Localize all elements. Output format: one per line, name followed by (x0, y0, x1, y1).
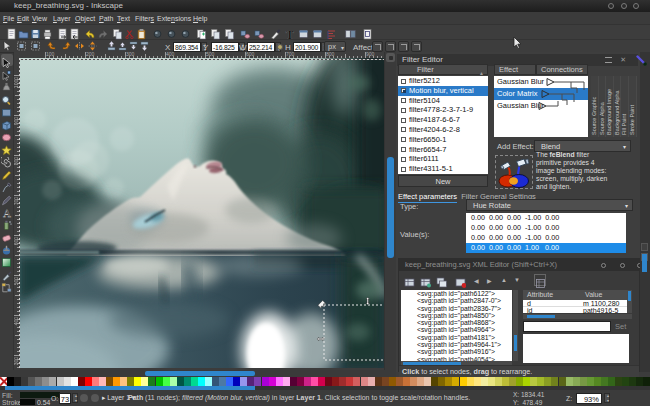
svg-text:T: T (286, 28, 294, 40)
